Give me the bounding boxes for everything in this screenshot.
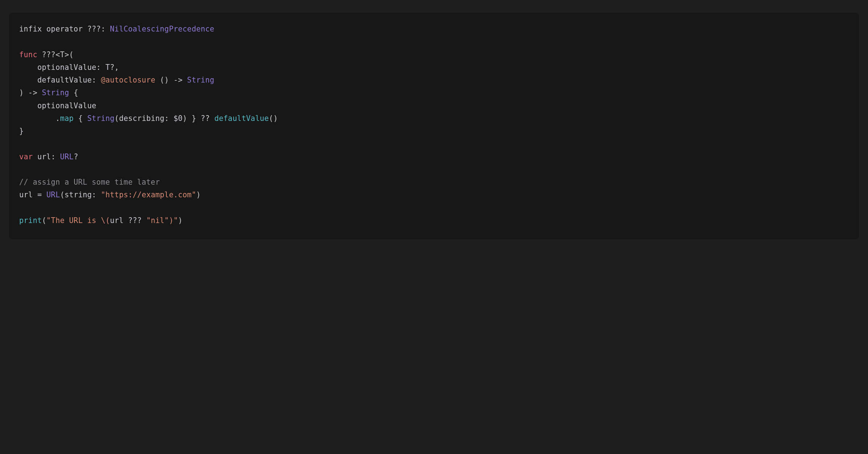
token-space xyxy=(155,76,160,84)
token-comma: , xyxy=(115,63,119,72)
token-identifier: url xyxy=(110,216,124,225)
token-paren: ) xyxy=(196,190,201,199)
token-type: String xyxy=(42,88,69,97)
token-parens: () xyxy=(269,114,278,123)
token-indent xyxy=(19,76,37,84)
code-line: // assign a URL some time later xyxy=(19,176,849,189)
code-line-blank xyxy=(19,202,849,214)
token-brace: } xyxy=(187,114,196,123)
token-colon: : xyxy=(92,190,101,199)
token-arrow: -> xyxy=(169,76,187,84)
token-brace: } xyxy=(19,127,24,135)
token-optional: ? xyxy=(74,152,78,161)
token-paren: ) xyxy=(19,88,24,97)
token-space xyxy=(42,25,47,33)
token-generic: <T> xyxy=(55,50,69,59)
code-line: .map { String(describing: $0) } ?? defau… xyxy=(19,112,849,125)
token-operator: ??? xyxy=(124,216,146,225)
token-string: " xyxy=(174,216,178,225)
token-colon: : xyxy=(92,76,101,84)
token-colon: : xyxy=(165,114,174,123)
token-string-literal: "nil" xyxy=(146,216,169,225)
token-paren: ( xyxy=(60,190,65,199)
token-space xyxy=(69,88,74,97)
code-line: url = URL(string: "https://example.com") xyxy=(19,189,849,201)
token-param: defaultValue xyxy=(37,76,92,84)
token-method: map xyxy=(60,114,74,123)
token-identifier: url xyxy=(37,152,51,161)
token-label: describing xyxy=(119,114,164,123)
token-operator-name: ??? xyxy=(87,25,101,33)
token-keyword-var: var xyxy=(19,152,33,161)
token-space xyxy=(37,50,42,59)
token-identifier: optionalValue xyxy=(37,101,96,110)
token-string: "The URL is xyxy=(46,216,101,225)
token-comment: // assign a URL some time later xyxy=(19,178,160,186)
code-line: func ???<T>( xyxy=(19,49,849,61)
code-line: defaultValue: @autoclosure () -> String xyxy=(19,74,849,87)
code-line: optionalValue xyxy=(19,100,849,112)
token-keyword: operator xyxy=(46,25,82,33)
token-paren: ) xyxy=(183,114,187,123)
token-indent xyxy=(19,101,37,110)
token-space xyxy=(74,114,78,123)
token-nil-coalescing: ?? xyxy=(196,114,214,123)
token-string: "https://example.com" xyxy=(101,190,196,199)
token-equals: = xyxy=(33,190,47,199)
token-colon: : xyxy=(101,25,106,33)
token-func-name: ??? xyxy=(42,50,56,59)
token-param: optionalValue xyxy=(37,63,96,72)
code-line-blank xyxy=(19,163,849,176)
token-paren: ( xyxy=(115,114,119,123)
token-attribute: @autoclosure xyxy=(101,76,156,84)
code-line: optionalValue: T?, xyxy=(19,61,849,74)
token-keyword-func: func xyxy=(19,50,37,59)
token-indent xyxy=(19,63,37,72)
token-brace: { xyxy=(74,88,78,97)
token-type: URL xyxy=(60,152,74,161)
token-type: String xyxy=(87,114,114,123)
token-type: T xyxy=(105,63,110,72)
token-call: defaultValue xyxy=(214,114,269,123)
token-paren: ( xyxy=(69,50,74,59)
token-indent xyxy=(19,114,55,123)
token-space xyxy=(33,152,38,161)
token-identifier: url xyxy=(19,190,33,199)
token-space xyxy=(105,25,110,33)
token-type: URL xyxy=(46,190,60,199)
token-dot: . xyxy=(55,114,60,123)
token-paren: ( xyxy=(42,216,47,225)
token-colon: : xyxy=(51,152,60,161)
token-colon: : xyxy=(96,63,105,72)
code-line: } xyxy=(19,125,849,138)
token-closure-params: () xyxy=(160,76,169,84)
token-optional: ? xyxy=(110,63,115,72)
token-call: print xyxy=(19,216,42,225)
token-arrow: -> xyxy=(24,88,42,97)
token-brace: { xyxy=(78,114,87,123)
token-keyword: infix xyxy=(19,25,42,33)
code-line-blank xyxy=(19,35,849,48)
token-interpolation-close: ) xyxy=(169,216,174,225)
code-line: print("The URL is \(url ??? "nil")") xyxy=(19,214,849,227)
token-space xyxy=(83,25,88,33)
code-line: var url: URL? xyxy=(19,151,849,163)
token-capture: $0 xyxy=(174,114,183,123)
code-block: infix operator ???: NilCoalescingPrecede… xyxy=(9,13,859,239)
code-line: infix operator ???: NilCoalescingPrecede… xyxy=(19,23,849,35)
token-interpolation-open: \( xyxy=(101,216,110,225)
code-line-blank xyxy=(19,138,849,150)
token-type: NilCoalescingPrecedence xyxy=(110,25,214,33)
code-line: ) -> String { xyxy=(19,87,849,99)
token-type: String xyxy=(187,76,214,84)
token-paren: ) xyxy=(178,216,183,225)
token-label: string xyxy=(65,190,92,199)
